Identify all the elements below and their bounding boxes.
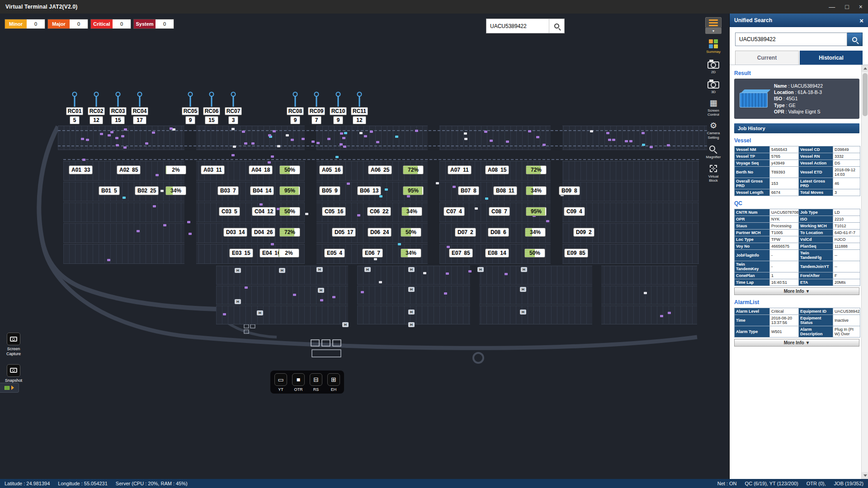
block-C09[interactable]: C094 bbox=[564, 207, 585, 216]
block-B08[interactable]: B0811 bbox=[493, 186, 517, 195]
search-input[interactable] bbox=[486, 19, 549, 33]
occupancy-badge[interactable]: 72% bbox=[403, 165, 424, 174]
tool-magnifier[interactable]: Magnifier bbox=[703, 144, 723, 160]
dock-button-yt[interactable]: ▭YT bbox=[274, 373, 287, 392]
block-B01[interactable]: B015 bbox=[99, 186, 120, 195]
occupancy-badge[interactable]: 95% bbox=[403, 186, 424, 195]
occupancy-badge[interactable]: 95% bbox=[279, 186, 300, 195]
block-C08[interactable]: C087 bbox=[489, 207, 510, 216]
block-A08[interactable]: A0815 bbox=[485, 165, 509, 174]
dock-button-otr[interactable]: ■OTR bbox=[292, 373, 305, 392]
occupancy-badge[interactable]: 34% bbox=[526, 186, 547, 195]
maximize-icon[interactable]: □ bbox=[845, 0, 849, 14]
block-B03[interactable]: B037 bbox=[217, 186, 239, 195]
block-A05[interactable]: A0516 bbox=[319, 165, 343, 174]
panel-search-button[interactable] bbox=[847, 33, 863, 46]
dock-button-eh[interactable]: ⊞EH bbox=[327, 373, 340, 392]
crane-RC07[interactable]: RC073 bbox=[224, 92, 242, 124]
block-B05[interactable]: B059 bbox=[319, 186, 340, 195]
occupancy-badge[interactable]: 95% bbox=[526, 207, 547, 216]
block-E09[interactable]: E0985 bbox=[564, 249, 588, 258]
tool-3d[interactable]: 3D bbox=[703, 79, 723, 94]
block-A06[interactable]: A0625 bbox=[368, 165, 392, 174]
crane-RC02[interactable]: RC0212 bbox=[87, 92, 105, 124]
block-D07[interactable]: D072 bbox=[455, 228, 476, 237]
job-history-button[interactable]: Job History bbox=[734, 123, 859, 133]
equipment-dot bbox=[305, 213, 308, 215]
tool-screen-control[interactable]: ▦Screen Control bbox=[703, 99, 723, 117]
block-C03[interactable]: C035 bbox=[219, 207, 240, 216]
crane-RC08[interactable]: RC089 bbox=[286, 92, 304, 124]
yard-map[interactable]: RC015RC0212RC0315RC0417RC059RC0615RC073R… bbox=[0, 14, 729, 479]
tool-2d[interactable]: 2D bbox=[703, 59, 723, 75]
crane-RC01[interactable]: RC015 bbox=[66, 92, 84, 124]
crane-RC06[interactable]: RC0615 bbox=[203, 92, 221, 124]
occupancy-badge[interactable]: 2% bbox=[278, 249, 299, 258]
block-E06[interactable]: E067 bbox=[362, 249, 383, 258]
block-C05[interactable]: C0516 bbox=[322, 207, 346, 216]
block-B06[interactable]: B0613 bbox=[357, 186, 381, 195]
minimize-icon[interactable]: — bbox=[829, 0, 835, 14]
block-D09[interactable]: D092 bbox=[573, 228, 594, 237]
block-E03[interactable]: E0315 bbox=[229, 249, 253, 258]
tab-historical[interactable]: Historical bbox=[800, 51, 863, 65]
block-E08[interactable]: E0814 bbox=[485, 249, 509, 258]
occupancy-badge[interactable]: 72% bbox=[279, 228, 300, 237]
block-D05[interactable]: D0517 bbox=[332, 228, 356, 237]
block-C04[interactable]: C0412 bbox=[252, 207, 276, 216]
block-B09[interactable]: B098 bbox=[559, 186, 580, 195]
block-A01[interactable]: A0133 bbox=[69, 165, 93, 174]
panel-close-icon[interactable]: × bbox=[859, 17, 863, 24]
crane-RC10[interactable]: RC109 bbox=[329, 92, 347, 124]
crane-RC05[interactable]: RC059 bbox=[181, 92, 199, 124]
block-A02[interactable]: A0285 bbox=[117, 165, 141, 174]
occupancy-badge[interactable]: 50% bbox=[401, 228, 421, 237]
scrollbar-thumb[interactable] bbox=[863, 73, 868, 116]
block-A03[interactable]: A0311 bbox=[201, 165, 225, 174]
dock-button-rs[interactable]: ⊟RS bbox=[310, 373, 322, 392]
tool-camera-setting[interactable]: ⚙Camera Setting bbox=[703, 122, 723, 140]
occupancy-badge[interactable]: 50% bbox=[279, 165, 300, 174]
block-D03[interactable]: D0314 bbox=[223, 228, 247, 237]
block-D06[interactable]: D0624 bbox=[368, 228, 392, 237]
crane-RC09[interactable]: RC097 bbox=[307, 92, 326, 124]
tool-summary[interactable]: Summay bbox=[703, 39, 723, 54]
occupancy-badge[interactable]: 34% bbox=[525, 228, 546, 237]
tab-current[interactable]: Current bbox=[735, 51, 799, 65]
block-C07[interactable]: C074 bbox=[443, 207, 465, 216]
block-B07[interactable]: B078 bbox=[458, 186, 479, 195]
crane-RC04[interactable]: RC0417 bbox=[131, 92, 149, 124]
crane-RC03[interactable]: RC0315 bbox=[109, 92, 127, 124]
occupancy-badge[interactable]: 34% bbox=[401, 249, 421, 258]
block-A07[interactable]: A0711 bbox=[448, 165, 472, 174]
block-E07[interactable]: E0785 bbox=[449, 249, 473, 258]
block-D08[interactable]: D086 bbox=[488, 228, 509, 237]
occupancy-badge[interactable]: 72% bbox=[526, 165, 547, 174]
block-A04[interactable]: A0418 bbox=[249, 165, 273, 174]
block-C06[interactable]: C0622 bbox=[367, 207, 391, 216]
occupancy-badge[interactable]: 50% bbox=[524, 249, 545, 258]
block-B02[interactable]: B0225 bbox=[135, 186, 159, 195]
menu-button[interactable] bbox=[705, 17, 722, 28]
scroll-up-icon[interactable] bbox=[862, 65, 868, 72]
search-button[interactable] bbox=[549, 19, 564, 33]
block-E05[interactable]: E054 bbox=[324, 249, 345, 258]
occupancy-badge[interactable]: 50% bbox=[279, 207, 300, 216]
occupancy-badge[interactable]: 34% bbox=[401, 207, 422, 216]
block-D04[interactable]: D0426 bbox=[251, 228, 275, 237]
legend-expand-tab[interactable] bbox=[0, 383, 19, 393]
scroll-down-icon[interactable] bbox=[862, 472, 868, 479]
crane-RC11[interactable]: RC1112 bbox=[350, 92, 368, 124]
tool-virtual-block[interactable]: Virtual Block bbox=[703, 164, 723, 183]
alarm-more-info-button[interactable]: More Info ▼ bbox=[734, 339, 859, 347]
tool-screen-capture[interactable]: Screen Capture bbox=[3, 333, 24, 357]
panel-search-input[interactable] bbox=[735, 33, 847, 46]
tool-snapshot[interactable]: Snapshot bbox=[3, 364, 24, 383]
menu-collapse-button[interactable]: ▾ bbox=[705, 28, 722, 34]
panel-scrollbar[interactable] bbox=[861, 65, 868, 479]
block-B04[interactable]: B0414 bbox=[250, 186, 274, 195]
qc-more-info-button[interactable]: More Info ▼ bbox=[734, 287, 859, 295]
occupancy-badge[interactable]: 34% bbox=[165, 186, 186, 195]
occupancy-badge[interactable]: 2% bbox=[165, 165, 186, 174]
close-icon[interactable]: × bbox=[859, 0, 863, 14]
